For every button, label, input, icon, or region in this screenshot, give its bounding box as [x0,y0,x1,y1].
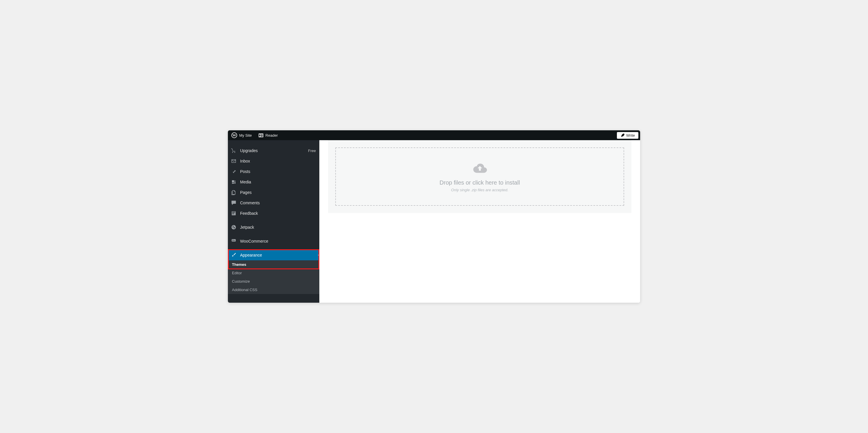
sidebar-label: Inbox [240,159,250,163]
sidebar-item-comments[interactable]: Comments [228,198,319,208]
svg-point-0 [232,225,236,229]
sidebar-item-feedback[interactable]: Feedback [228,208,319,219]
sidebar-label: Jetpack [240,225,254,229]
woo-icon: Woo [231,238,237,244]
sidebar-label: Posts [240,169,250,174]
jetpack-icon [231,224,237,230]
sidebar-label: Appearance [240,253,262,257]
sidebar-label: Media [240,180,251,184]
sidebar-label: Pages [240,190,252,195]
admin-topbar: W My Site Reader Write [228,130,640,140]
submenu-item-editor[interactable]: Editor [228,269,319,277]
topbar-mysite[interactable]: W My Site [228,130,255,140]
sidebar-item-upgrades[interactable]: Upgrades Free [228,145,319,156]
mail-icon [231,158,237,164]
topbar-reader-label: Reader [265,133,278,137]
reader-icon [259,133,263,137]
brush-icon [231,252,237,258]
sidebar-label: Upgrades [240,148,258,153]
pin-icon [231,168,237,175]
topbar-reader[interactable]: Reader [255,130,281,140]
upgrades-badge: Free [308,149,316,153]
sidebar-item-pages[interactable]: Pages [228,187,319,198]
drop-zone-subtitle: Only single .zip files are accepted. [342,188,618,192]
sidebar-item-woocommerce[interactable]: Woo WooCommerce [228,236,319,246]
upload-panel: Drop files or click here to install Only… [328,140,631,213]
sidebar-label: Feedback [240,211,258,216]
sidebar-label: WooCommerce [240,239,268,244]
appearance-submenu: Themes Editor Customize Additional CSS [228,260,319,294]
body-row: Upgrades Free Inbox Posts Media [228,140,640,303]
submenu-item-additional-css[interactable]: Additional CSS [228,285,319,294]
admin-sidebar: Upgrades Free Inbox Posts Media [228,140,319,303]
submenu-item-themes[interactable]: Themes [228,260,319,269]
media-icon [231,179,237,185]
comment-icon [231,200,237,206]
drop-zone[interactable]: Drop files or click here to install Only… [335,148,624,206]
cart-icon [231,148,237,154]
wordpress-logo-icon: W [231,132,237,138]
write-button[interactable]: Write [617,132,639,139]
sidebar-item-media[interactable]: Media [228,177,319,187]
sidebar-item-appearance[interactable]: Appearance [228,250,319,260]
drop-zone-title: Drop files or click here to install [342,179,618,186]
feather-icon [620,133,624,137]
sidebar-item-jetpack[interactable]: Jetpack [228,222,319,233]
form-icon [231,210,237,216]
sidebar-item-inbox[interactable]: Inbox [228,156,319,166]
topbar-mysite-label: My Site [239,133,252,137]
write-button-label: Write [626,133,635,137]
topbar-right: Write [615,132,640,139]
sidebar-label: Comments [240,200,260,205]
app-window: W My Site Reader Write Upgrades [228,130,640,303]
pages-icon [231,189,237,195]
topbar-left: W My Site Reader [228,130,281,140]
submenu-item-customize[interactable]: Customize [228,277,319,285]
cloud-upload-icon [472,162,488,174]
svg-text:Woo: Woo [232,240,235,241]
sidebar-item-posts[interactable]: Posts [228,166,319,177]
content-area: Drop files or click here to install Only… [319,140,640,303]
